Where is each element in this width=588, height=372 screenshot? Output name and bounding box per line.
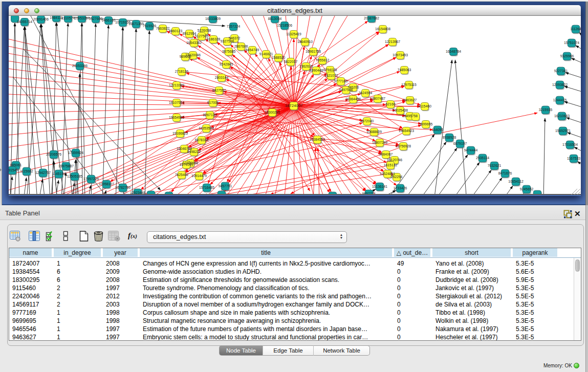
svg-text:1615132: 1615132 [384, 163, 398, 167]
svg-text:885061: 885061 [10, 163, 22, 167]
svg-text:8427552: 8427552 [212, 89, 226, 92]
svg-text:111264: 111264 [570, 27, 581, 31]
svg-text:15218506: 15218506 [277, 24, 292, 27]
svg-text:9146821: 9146821 [259, 52, 273, 56]
svg-text:5226058: 5226058 [198, 29, 211, 32]
svg-text:2803144: 2803144 [215, 76, 229, 79]
svg-text:7515526: 7515526 [143, 24, 157, 28]
svg-text:8813054: 8813054 [268, 17, 282, 20]
svg-text:1362615: 1362615 [299, 64, 313, 68]
svg-text:10688609: 10688609 [366, 130, 382, 134]
svg-text:3624554: 3624554 [359, 91, 373, 95]
svg-text:15716485: 15716485 [199, 186, 214, 189]
svg-text:6466160: 6466160 [102, 18, 116, 22]
svg-text:2718126: 2718126 [175, 70, 189, 73]
svg-text:9329966: 9329966 [560, 54, 574, 58]
svg-text:19654923: 19654923 [399, 129, 414, 133]
svg-text:20387682: 20387682 [364, 16, 379, 20]
svg-text:5498222: 5498222 [187, 150, 201, 154]
svg-text:19384554: 19384554 [310, 138, 325, 141]
svg-text:7625402: 7625402 [175, 173, 189, 177]
svg-text:16648784: 16648784 [446, 50, 461, 53]
svg-text:17359924: 17359924 [68, 151, 83, 155]
svg-text:9457791: 9457791 [219, 184, 232, 188]
svg-text:8990448: 8990448 [310, 69, 323, 72]
svg-text:15751074: 15751074 [564, 41, 579, 45]
svg-text:9327508: 9327508 [221, 39, 234, 43]
svg-text:252254: 252254 [391, 175, 403, 179]
svg-text:3875685: 3875685 [222, 50, 236, 53]
svg-text:16543362: 16543362 [186, 41, 202, 45]
svg-text:16961758: 16961758 [306, 50, 321, 53]
svg-text:8860123: 8860123 [169, 29, 183, 33]
svg-text:10958107: 10958107 [99, 182, 114, 186]
svg-text:62160: 62160 [386, 102, 396, 106]
svg-text:16495758: 16495758 [402, 114, 418, 118]
svg-text:7663822: 7663822 [156, 27, 170, 30]
svg-text:18107554: 18107554 [169, 101, 184, 104]
svg-text:9115460: 9115460 [418, 104, 431, 108]
svg-text:8912954: 8912954 [183, 32, 197, 35]
svg-text:20364436: 20364436 [345, 97, 361, 101]
svg-text:1527602: 1527602 [89, 17, 103, 20]
svg-text:7357224: 7357224 [227, 25, 241, 28]
svg-text:18300295: 18300295 [265, 111, 280, 114]
svg-text:12923448: 12923448 [130, 191, 145, 194]
svg-text:1145194: 1145194 [52, 172, 66, 176]
svg-text:1621072: 1621072 [324, 74, 338, 77]
svg-text:6794028: 6794028 [323, 68, 337, 72]
svg-text:989608: 989608 [180, 55, 191, 58]
svg-text:14055714: 14055714 [17, 20, 32, 24]
svg-text:1115682: 1115682 [20, 169, 33, 173]
svg-text:9657771: 9657771 [362, 192, 376, 195]
svg-text:11353594: 11353594 [199, 126, 214, 130]
svg-text:4572040: 4572040 [360, 119, 374, 123]
svg-text:12213389: 12213389 [169, 83, 184, 87]
svg-text:8310574: 8310574 [61, 16, 75, 20]
svg-text:18724007: 18724007 [285, 103, 303, 108]
svg-text:8267130: 8267130 [203, 113, 217, 117]
svg-text:1733426: 1733426 [394, 186, 407, 190]
svg-text:16120746: 16120746 [387, 158, 402, 162]
svg-text:15136141: 15136141 [372, 185, 387, 188]
svg-text:18640910: 18640910 [297, 40, 313, 43]
svg-text:9777169: 9777169 [334, 79, 348, 83]
svg-text:11325419: 11325419 [286, 32, 301, 36]
svg-text:20053346: 20053346 [72, 64, 88, 68]
svg-text:546372: 546372 [229, 36, 241, 40]
svg-text:8878334: 8878334 [195, 138, 209, 142]
svg-text:10914479: 10914479 [191, 174, 207, 178]
svg-text:10973493: 10973493 [393, 53, 408, 57]
svg-text:7485063: 7485063 [398, 68, 411, 72]
svg-text:17957225: 17957225 [83, 177, 99, 181]
svg-text:10025438: 10025438 [393, 108, 408, 112]
svg-text:18807249: 18807249 [372, 141, 387, 144]
svg-text:9463627: 9463627 [403, 98, 417, 102]
svg-text:9227341: 9227341 [554, 69, 568, 73]
svg-text:5822037: 5822037 [284, 60, 298, 63]
svg-text:12213967: 12213967 [385, 40, 400, 43]
svg-text:1167533: 1167533 [567, 157, 580, 160]
svg-text:16671355: 16671355 [128, 22, 144, 26]
svg-text:7632621: 7632621 [488, 164, 502, 167]
svg-text:8471676: 8471676 [498, 171, 512, 175]
svg-text:391549: 391549 [9, 168, 18, 172]
svg-text:2935114: 2935114 [476, 156, 489, 160]
svg-text:6497508: 6497508 [339, 88, 353, 92]
svg-text:16154808: 16154808 [375, 27, 390, 31]
svg-text:19975887: 19975887 [58, 164, 74, 168]
svg-text:12942757: 12942757 [35, 171, 51, 174]
svg-text:10807487: 10807487 [370, 97, 385, 100]
svg-text:19166825: 19166825 [172, 132, 188, 135]
svg-text:9699695: 9699695 [419, 122, 433, 126]
svg-text:1244415: 1244415 [553, 98, 567, 102]
svg-text:15692971: 15692971 [555, 129, 571, 133]
svg-text:16782759: 16782759 [115, 186, 130, 189]
svg-text:9245652: 9245652 [520, 187, 534, 191]
svg-text:20206576: 20206576 [46, 152, 61, 156]
svg-text:1574099: 1574099 [180, 163, 193, 166]
svg-text:16033809: 16033809 [205, 17, 221, 20]
svg-text:12505185: 12505185 [67, 174, 82, 178]
svg-text:8938928: 8938928 [443, 136, 456, 139]
svg-text:19756928: 19756928 [396, 144, 411, 148]
